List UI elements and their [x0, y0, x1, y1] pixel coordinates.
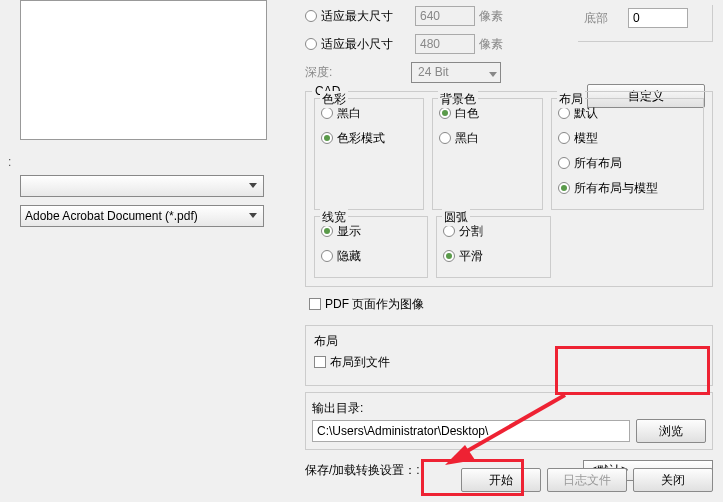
arc-smooth-radio[interactable] — [443, 250, 455, 262]
fit-max-radio[interactable] — [305, 10, 317, 22]
fit-min-label: 适应最小尺寸 — [321, 36, 411, 53]
bg-white-radio[interactable] — [439, 107, 451, 119]
close-button[interactable]: 关闭 — [633, 468, 713, 492]
fit-max-input[interactable]: 640 — [415, 6, 475, 26]
layout-all-radio[interactable] — [558, 157, 570, 169]
color-bw-radio[interactable] — [321, 107, 333, 119]
bg-bw-radio[interactable] — [439, 132, 451, 144]
bottom-label: 底部 — [584, 10, 624, 27]
layout-default-radio[interactable] — [558, 107, 570, 119]
label-marker: : — [8, 155, 11, 169]
px-unit: 像素 — [479, 36, 503, 53]
linewidth-group: 线宽 显示 隐藏 — [314, 216, 428, 278]
bgcolor-group: 背景色 白色 黑白 — [432, 98, 542, 210]
linew-show-radio[interactable] — [321, 225, 333, 237]
filter-dropdown-1[interactable] — [20, 175, 264, 197]
start-button[interactable]: 开始 — [461, 468, 541, 492]
fit-max-label: 适应最大尺寸 — [321, 8, 411, 25]
layout-to-file-checkbox[interactable] — [314, 356, 326, 368]
px-unit: 像素 — [479, 8, 503, 25]
preview-area — [20, 0, 267, 140]
layout-to-file-label: 布局到文件 — [330, 354, 390, 371]
layout-title: 布局 — [314, 333, 704, 350]
bottom-input[interactable]: 0 — [628, 8, 688, 28]
color-group: 色彩 黑白 色彩模式 — [314, 98, 424, 210]
linew-hide-radio[interactable] — [321, 250, 333, 262]
depth-dropdown[interactable]: 24 Bit — [411, 62, 501, 83]
pdf-as-image-checkbox[interactable] — [309, 298, 321, 310]
color-mode-radio[interactable] — [321, 132, 333, 144]
chevron-down-icon — [247, 180, 259, 192]
fit-min-radio[interactable] — [305, 38, 317, 50]
cad-fieldset: CAD 色彩 黑白 色彩模式 背景色 白色 黑白 布局 默认 模型 所有布局 — [305, 91, 713, 287]
format-dropdown-value: Adobe Acrobat Document (*.pdf) — [25, 209, 198, 223]
output-fieldset: 输出目录: C:\Users\Administrator\Desktop\ 浏览 — [305, 392, 713, 450]
layout-group: 布局 默认 模型 所有布局 所有布局与模型 — [551, 98, 704, 210]
arc-group: 圆弧 分割 平滑 — [436, 216, 550, 278]
layout-fieldset: 布局 布局到文件 — [305, 325, 713, 386]
chevron-down-icon — [489, 67, 497, 81]
output-path-input[interactable]: C:\Users\Administrator\Desktop\ — [312, 420, 630, 442]
log-button[interactable]: 日志文件 — [547, 468, 627, 492]
arc-split-radio[interactable] — [443, 225, 455, 237]
layout-all-model-radio[interactable] — [558, 182, 570, 194]
pdf-as-image-label: PDF 页面作为图像 — [325, 296, 424, 313]
depth-label: 深度: — [305, 64, 411, 81]
layout-model-radio[interactable] — [558, 132, 570, 144]
chevron-down-icon — [247, 210, 259, 222]
format-dropdown[interactable]: Adobe Acrobat Document (*.pdf) — [20, 205, 264, 227]
fit-min-input[interactable]: 480 — [415, 34, 475, 54]
output-label: 输出目录: — [312, 400, 706, 417]
browse-button[interactable]: 浏览 — [636, 419, 706, 443]
